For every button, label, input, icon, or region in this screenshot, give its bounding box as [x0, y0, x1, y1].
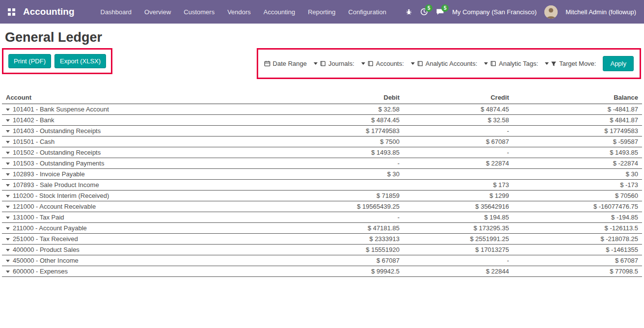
- activity-clock-icon[interactable]: 5: [420, 8, 428, 16]
- balance-cell: $ 17749583: [513, 125, 642, 136]
- balance-cell: $ 67087: [513, 255, 642, 266]
- nav-item-reporting[interactable]: Reporting: [301, 5, 342, 19]
- user-menu[interactable]: Mitchell Admin (followup): [565, 8, 636, 16]
- apply-button[interactable]: Apply: [603, 56, 634, 71]
- row-expand-caret[interactable]: [6, 163, 10, 165]
- row-expand-caret[interactable]: [6, 206, 10, 208]
- debit-cell: $ 32.58: [295, 104, 403, 114]
- messages-badge: 5: [441, 4, 449, 12]
- table-row[interactable]: 600000 - Expenses $ 99942.5 $ 22844 $ 77…: [2, 266, 642, 276]
- date-range-filter[interactable]: Date Range: [264, 60, 307, 67]
- book-icon: [490, 60, 496, 67]
- table-row[interactable]: 400000 - Product Sales $ 15551920 $ 1701…: [2, 244, 642, 255]
- avatar[interactable]: [544, 5, 558, 19]
- table-row[interactable]: 121000 - Account Receivable $ 19565439.2…: [2, 201, 642, 212]
- row-expand-caret[interactable]: [6, 141, 10, 143]
- debit-cell: $ 7500: [295, 136, 403, 147]
- table-row[interactable]: 101503 - Outstanding Payments - $ 22874 …: [2, 158, 642, 168]
- balance-cell: $ 4841.87: [513, 114, 642, 125]
- credit-cell: $ 32.58: [403, 114, 513, 125]
- row-expand-caret[interactable]: [6, 173, 10, 176]
- table-row[interactable]: 101401 - Bank Suspense Account $ 32.58 $…: [2, 104, 642, 114]
- top-navbar: Accounting DashboardOverviewCustomersVen…: [0, 0, 644, 24]
- accounts-filter[interactable]: Accounts:: [361, 60, 404, 67]
- balance-cell: $ -1461355: [513, 244, 642, 255]
- row-expand-caret[interactable]: [6, 109, 10, 111]
- row-expand-caret[interactable]: [6, 130, 10, 133]
- table-row[interactable]: 110200 - Stock Interim (Received) $ 7185…: [2, 190, 642, 201]
- account-label: 251000 - Tax Received: [13, 235, 78, 243]
- row-expand-caret[interactable]: [6, 184, 10, 187]
- page-title: General Ledger: [5, 30, 642, 45]
- balance-cell: $ -126113.5: [513, 222, 642, 233]
- row-expand-caret[interactable]: [6, 195, 10, 197]
- row-expand-caret[interactable]: [6, 217, 10, 219]
- bug-icon[interactable]: [405, 8, 412, 15]
- table-row[interactable]: 101402 - Bank $ 4874.45 $ 32.58 $ 4841.8…: [2, 114, 642, 125]
- balance-cell: $ 1493.85: [513, 147, 642, 158]
- print-pdf-button[interactable]: Print (PDF): [8, 54, 51, 68]
- row-expand-caret[interactable]: [6, 271, 10, 273]
- journals-filter[interactable]: Journals:: [314, 60, 354, 67]
- export-xlsx-button[interactable]: Export (XLSX): [54, 54, 106, 68]
- app-brand[interactable]: Accounting: [23, 6, 75, 17]
- navbar-right: 5 5 My Company (San Francisco) Mitchell …: [405, 5, 636, 19]
- debit-cell: $ 15551920: [295, 244, 403, 255]
- account-label: 400000 - Product Sales: [13, 246, 80, 253]
- account-label: 102893 - Invoice Payable: [13, 170, 85, 178]
- nav-item-configuration[interactable]: Configuration: [342, 5, 393, 19]
- debit-cell: $ 67087: [295, 255, 403, 266]
- account-label: 131000 - Tax Paid: [13, 214, 64, 221]
- row-expand-caret[interactable]: [6, 119, 10, 122]
- table-row[interactable]: 251000 - Tax Received $ 2333913 $ 255199…: [2, 233, 642, 244]
- table-row[interactable]: 101502 - Outstanding Receipts $ 1493.85 …: [2, 147, 642, 158]
- target-move-filter[interactable]: Target Move:: [545, 60, 596, 67]
- debit-cell: $ 47181.85: [295, 222, 403, 233]
- credit-cell: $ 67087: [403, 136, 513, 147]
- credit-cell: -: [403, 147, 513, 158]
- nav-item-accounting[interactable]: Accounting: [257, 5, 301, 19]
- analytic-tags-filter[interactable]: Analytic Tags:: [484, 60, 538, 67]
- nav-item-dashboard[interactable]: Dashboard: [94, 5, 138, 19]
- account-label: 121000 - Account Receivable: [13, 203, 96, 210]
- credit-column-header: Credit: [403, 92, 513, 104]
- table-row[interactable]: 101403 - Outstanding Receipts $ 17749583…: [2, 125, 642, 136]
- balance-cell: $ -173: [513, 179, 642, 190]
- nav-item-overview[interactable]: Overview: [138, 5, 177, 19]
- table-row[interactable]: 450000 - Other Income $ 67087 - $ 67087: [2, 255, 642, 266]
- credit-cell: $ 22874: [403, 158, 513, 168]
- row-expand-caret[interactable]: [6, 249, 10, 251]
- analytic-accounts-filter[interactable]: Analytic Accounts:: [411, 60, 478, 67]
- row-expand-caret[interactable]: [6, 238, 10, 241]
- book-icon: [417, 60, 423, 67]
- action-row: Print (PDF) Export (XLSX) Date Range: [2, 48, 642, 79]
- debit-cell: $ 4874.45: [295, 114, 403, 125]
- balance-cell: $ 77098.5: [513, 266, 642, 276]
- balance-cell: $ 70560: [513, 190, 642, 201]
- table-row[interactable]: 107893 - Sale Product Income $ 173 $ -17…: [2, 179, 642, 190]
- nav-item-vendors[interactable]: Vendors: [221, 5, 257, 19]
- calendar-icon: [264, 60, 270, 67]
- credit-cell: $ 173: [403, 179, 513, 190]
- account-label: 101502 - Outstanding Receipts: [13, 149, 101, 156]
- table-row[interactable]: 101501 - Cash $ 7500 $ 67087 $ -59587: [2, 136, 642, 147]
- messages-icon[interactable]: 5: [436, 8, 444, 16]
- table-row[interactable]: 131000 - Tax Paid - $ 194.85 $ -194.85: [2, 212, 642, 222]
- balance-cell: $ -4841.87: [513, 104, 642, 114]
- debit-cell: $ 71859: [295, 190, 403, 201]
- account-label: 101402 - Bank: [13, 116, 54, 124]
- table-row[interactable]: 211000 - Account Payable $ 47181.85 $ 17…: [2, 222, 642, 233]
- row-expand-caret[interactable]: [6, 227, 10, 230]
- credit-cell: -: [403, 255, 513, 266]
- nav-item-customers[interactable]: Customers: [177, 5, 221, 19]
- table-row[interactable]: 102893 - Invoice Payable $ 30 $ 30: [2, 168, 642, 179]
- debit-cell: $ 1493.85: [295, 147, 403, 158]
- credit-cell: $ 17013275: [403, 244, 513, 255]
- company-switcher[interactable]: My Company (San Francisco): [452, 8, 537, 16]
- apps-grid-icon[interactable]: [6, 6, 17, 18]
- row-expand-caret[interactable]: [6, 260, 10, 262]
- account-label: 600000 - Expenses: [13, 268, 68, 275]
- debit-cell: $ 99942.5: [295, 266, 403, 276]
- row-expand-caret[interactable]: [6, 152, 10, 154]
- balance-cell: $ 30: [513, 168, 642, 179]
